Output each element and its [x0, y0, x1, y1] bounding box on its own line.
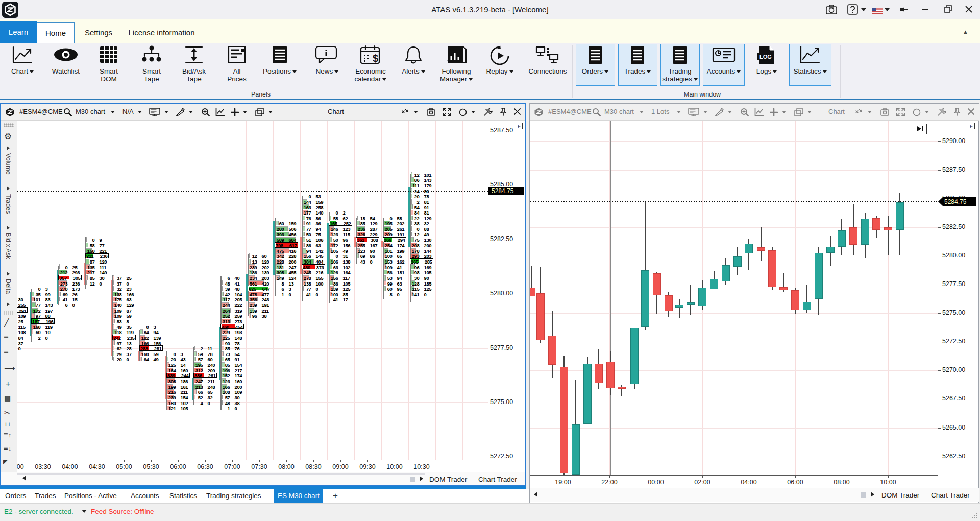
svg-text:LOG: LOG [760, 54, 772, 60]
svg-text:$: $ [373, 53, 378, 64]
